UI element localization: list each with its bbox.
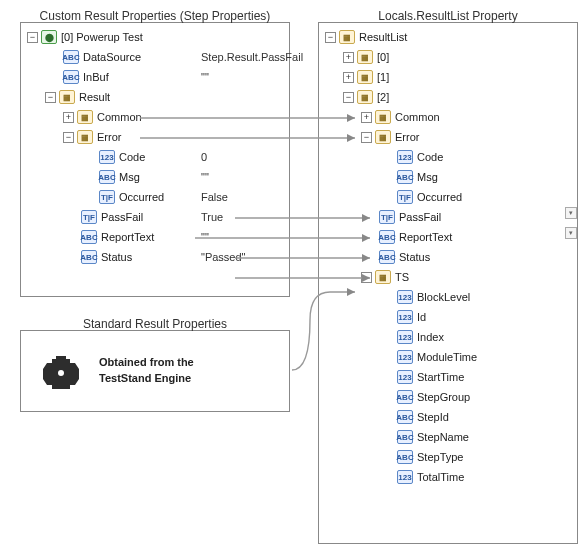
bool-icon: T|F: [99, 190, 115, 204]
row-passfail[interactable]: T|FPassFailTrue: [23, 207, 287, 227]
num-icon: 123: [397, 310, 413, 324]
expander[interactable]: +: [63, 112, 74, 123]
r-msg[interactable]: ABCMsg"": [321, 167, 575, 187]
lbl: Status: [101, 251, 132, 263]
r-blocklevel[interactable]: 123BlockLevel0: [321, 287, 575, 307]
r-0[interactable]: +▦[0]: [321, 47, 575, 67]
lbl: Error: [97, 131, 121, 143]
lbl: Id: [417, 311, 426, 323]
val: "": [201, 71, 209, 83]
expander[interactable]: −: [343, 92, 354, 103]
expander[interactable]: −: [45, 92, 56, 103]
lbl: StepId: [417, 411, 449, 423]
r-stepid[interactable]: ABCStepId"ID#:Jt9NlbPHP...: [321, 407, 575, 427]
r-1[interactable]: +▦[1]: [321, 67, 575, 87]
r-status[interactable]: ABCStatus"Passed": [321, 247, 575, 267]
lbl: DataSource: [83, 51, 141, 63]
r-stepgroup[interactable]: ABCStepGroup"Main": [321, 387, 575, 407]
expander[interactable]: +: [343, 52, 354, 63]
num-icon: 123: [397, 150, 413, 164]
obj-icon: ▦: [77, 130, 93, 144]
r-code[interactable]: 123Code0: [321, 147, 575, 167]
bool-icon: T|F: [81, 210, 97, 224]
lbl: PassFail: [399, 211, 441, 223]
row-common[interactable]: +▦Common: [23, 107, 287, 127]
lbl: Occurred: [119, 191, 164, 203]
resultlist-panel: Locals.ResultList Property −▦ResultList …: [318, 22, 578, 544]
num-icon: 123: [397, 330, 413, 344]
expander[interactable]: −: [361, 132, 372, 143]
r-stepname[interactable]: ABCStepName"Powerup Test": [321, 427, 575, 447]
row-result[interactable]: −▦Result: [23, 87, 287, 107]
expander[interactable]: −: [361, 272, 372, 283]
lbl: StepType: [417, 451, 463, 463]
r-passfail[interactable]: T|FPassFailTrue: [321, 207, 575, 227]
expander[interactable]: −: [325, 32, 336, 43]
abc-icon: ABC: [81, 230, 97, 244]
row-occurred[interactable]: T|FOccurredFalse: [23, 187, 287, 207]
std-text: Obtained from theTestStand Engine: [99, 355, 194, 386]
standard-properties-panel: Standard Result Properties Obtained from…: [20, 330, 290, 412]
r-index[interactable]: 123Index0: [321, 327, 575, 347]
num-icon: 123: [397, 370, 413, 384]
r-totaltime[interactable]: 123TotalTime0.0003907: [321, 467, 575, 487]
row-status[interactable]: ABCStatus"Passed": [23, 247, 287, 267]
r-error[interactable]: −▦Error: [321, 127, 575, 147]
row-inbuf[interactable]: ABCInBuf"": [23, 67, 287, 87]
lbl: PassFail: [101, 211, 143, 223]
lbl: Error: [395, 131, 419, 143]
lbl: Result: [79, 91, 110, 103]
row-root[interactable]: −⬤[0] Powerup Test: [23, 27, 287, 47]
lbl: [0]: [377, 51, 389, 63]
val: "": [201, 171, 209, 183]
obj-icon: ▦: [375, 270, 391, 284]
row-error[interactable]: −▦Error: [23, 127, 287, 147]
row-reporttext[interactable]: ABCReportText"": [23, 227, 287, 247]
dropdown-icon[interactable]: ▾: [565, 207, 577, 219]
obj-icon: ▦: [77, 110, 93, 124]
abc-icon: ABC: [63, 50, 79, 64]
std-panel-title: Standard Result Properties: [21, 317, 289, 331]
lbl: Common: [97, 111, 142, 123]
row-datasource[interactable]: ABCDataSourceStep.Result.PassFail: [23, 47, 287, 67]
std-line1: Obtained from the: [99, 356, 194, 368]
r-steptype[interactable]: ABCStepType"PassFailTest": [321, 447, 575, 467]
dropdown-icon[interactable]: ▾: [565, 227, 577, 239]
r-ts[interactable]: −▦TS: [321, 267, 575, 287]
lbl: ModuleTime: [417, 351, 477, 363]
lbl: Code: [417, 151, 443, 163]
r-moduletime[interactable]: 123ModuleTime0.0003446: [321, 347, 575, 367]
expander[interactable]: +: [361, 112, 372, 123]
r-2[interactable]: −▦[2]: [321, 87, 575, 107]
r-starttime[interactable]: 123StartTime684867.5111908: [321, 367, 575, 387]
lbl: Msg: [119, 171, 140, 183]
expander[interactable]: −: [27, 32, 38, 43]
val: True: [201, 211, 223, 223]
custom-properties-panel: Custom Result Properties (Step Propertie…: [20, 22, 290, 297]
r-reporttext[interactable]: ABCReportText"": [321, 227, 575, 247]
lbl: Msg: [417, 171, 438, 183]
right-tree: −▦ResultList +▦[0] +▦[1] −▦[2] +▦Common …: [319, 23, 577, 491]
lbl: BlockLevel: [417, 291, 470, 303]
custom-panel-title: Custom Result Properties (Step Propertie…: [21, 9, 289, 23]
val: False: [201, 191, 228, 203]
abc-icon: ABC: [397, 410, 413, 424]
r-common[interactable]: +▦Common: [321, 107, 575, 127]
row-code[interactable]: 123Code0: [23, 147, 287, 167]
r-occurred[interactable]: T|FOccurredFalse: [321, 187, 575, 207]
lbl: InBuf: [83, 71, 109, 83]
expander[interactable]: −: [63, 132, 74, 143]
r-id[interactable]: 123Id767: [321, 307, 575, 327]
r-root[interactable]: −▦ResultList: [321, 27, 575, 47]
lbl: StartTime: [417, 371, 464, 383]
lbl: ReportText: [101, 231, 154, 243]
lbl: [0] Powerup Test: [61, 31, 143, 43]
val: "Passed": [201, 251, 246, 263]
resultlist-title: Locals.ResultList Property: [319, 9, 577, 23]
row-msg[interactable]: ABCMsg"": [23, 167, 287, 187]
engine-icon: [41, 353, 81, 389]
abc-icon: ABC: [63, 70, 79, 84]
val: Step.Result.PassFail: [201, 51, 303, 63]
abc-icon: ABC: [81, 250, 97, 264]
expander[interactable]: +: [343, 72, 354, 83]
